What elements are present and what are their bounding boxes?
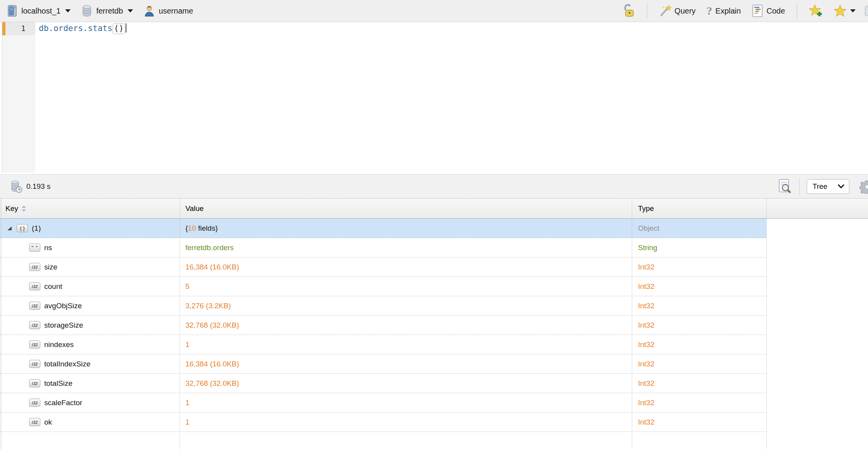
- grid-left-border: [1, 199, 1, 449]
- execution-time-value: 0.193 s: [26, 182, 50, 191]
- tree-row[interactable]: i32 size 16,384 (16.0KB) Int32: [0, 257, 766, 277]
- query-code: db.orders.stats: [39, 24, 112, 33]
- favorites-chevron-icon[interactable]: [850, 9, 856, 12]
- key-cell: i32 ok: [0, 418, 180, 427]
- connection-name: localhost_1: [21, 7, 61, 16]
- key-label: avgObjSize: [44, 302, 82, 310]
- value-cell: 16,384 (16.0KB): [180, 263, 632, 271]
- type-cell: Int32: [632, 282, 766, 291]
- int32-badge-icon: i32: [29, 263, 40, 271]
- type-cell: Int32: [632, 379, 766, 388]
- value-cell: 32,768 (32.0KB): [180, 321, 632, 330]
- column-divider[interactable]: [766, 199, 767, 449]
- column-header-key[interactable]: Key: [0, 204, 180, 213]
- key-label: (1): [32, 224, 41, 233]
- star-plus-icon: [809, 4, 823, 18]
- toolbar-separator: [647, 3, 647, 19]
- editor-gutter: [2, 22, 35, 173]
- query-button[interactable]: Query: [659, 4, 695, 17]
- key-cell: i32 count: [0, 282, 180, 291]
- key-label: ok: [44, 418, 52, 427]
- add-favorite-button[interactable]: [809, 4, 823, 18]
- object-badge-icon: { }: [17, 224, 28, 232]
- column-header-value[interactable]: Value: [180, 204, 632, 213]
- key-cell: i32 size: [0, 263, 180, 271]
- chevron-down-icon: [65, 9, 71, 12]
- results-tree: { } (1) {10 fields} Object " " ns ferret…: [0, 219, 868, 449]
- query-code-line[interactable]: db.orders.stats(): [39, 23, 126, 33]
- key-cell: " " ns: [0, 243, 180, 252]
- line-number: 1: [5, 24, 26, 33]
- code-document-icon: [752, 4, 763, 17]
- connection-dropdown[interactable]: localhost_1: [7, 5, 71, 17]
- tree-row[interactable]: i32 ok 1 Int32: [0, 413, 766, 432]
- tree-row[interactable]: " " ns ferretdb.orders String: [0, 238, 766, 257]
- column-divider[interactable]: [180, 199, 180, 449]
- database-dropdown[interactable]: ferretdb: [81, 5, 133, 17]
- tree-row[interactable]: i32 scaleFactor 1 Int32: [0, 393, 766, 413]
- execution-time: 0.193 s: [10, 179, 50, 194]
- active-line-marker: [2, 22, 5, 35]
- query-button-label: Query: [674, 7, 695, 16]
- unlock-icon: [622, 4, 635, 18]
- tree-row[interactable]: i32 avgObjSize 3,276 (3.2KB) Int32: [0, 296, 766, 316]
- int32-badge-icon: i32: [29, 418, 40, 426]
- clipped-toolbar-icon: [865, 6, 868, 16]
- key-label: size: [44, 263, 57, 271]
- lock-button[interactable]: [622, 4, 635, 18]
- column-header-type[interactable]: Type: [632, 204, 766, 213]
- type-cell: Int32: [632, 340, 766, 349]
- key-cell: i32 totalIndexSize: [0, 360, 180, 368]
- value-cell: 1: [180, 340, 632, 349]
- matched-parens: (): [112, 23, 125, 34]
- int32-badge-icon: i32: [29, 321, 40, 329]
- value-cell: ferretdb.orders: [180, 243, 632, 252]
- type-cell: Int32: [632, 418, 766, 427]
- column-divider[interactable]: [632, 199, 632, 449]
- value-cell: 3,276 (3.2KB): [180, 302, 632, 310]
- int32-badge-icon: i32: [29, 282, 40, 290]
- database-name: ferretdb: [96, 7, 123, 16]
- view-mode-value: Tree: [813, 182, 827, 191]
- type-cell: Int32: [632, 360, 766, 368]
- chevron-down-icon: [128, 9, 133, 12]
- results-toolbar: 0.193 s Tree: [0, 174, 868, 199]
- key-cell: i32 nindexes: [0, 340, 180, 349]
- int32-badge-icon: i32: [29, 302, 40, 310]
- code-button[interactable]: Code: [752, 4, 785, 17]
- robomongo-window: localhost_1 ferretdb: [0, 0, 868, 449]
- magic-wand-icon: [659, 4, 671, 17]
- type-cell: Int32: [632, 321, 766, 330]
- key-cell: i32 totalSize: [0, 379, 180, 388]
- expander-icon[interactable]: [7, 225, 12, 231]
- sort-indicator-icon: [21, 205, 26, 212]
- question-mark-icon: ?: [707, 5, 712, 17]
- tree-row[interactable]: i32 storageSize 32,768 (32.0KB) Int32: [0, 316, 766, 335]
- view-mode-select[interactable]: Tree: [807, 179, 849, 194]
- favorites-button[interactable]: [833, 4, 856, 17]
- key-label: scaleFactor: [44, 399, 82, 407]
- toolbar-separator: [797, 3, 797, 19]
- db-timer-icon: [10, 179, 22, 194]
- key-label: ns: [44, 243, 52, 252]
- type-cell: Int32: [632, 302, 766, 310]
- tree-row[interactable]: i32 totalSize 32,768 (32.0KB) Int32: [0, 374, 766, 393]
- key-label: count: [44, 282, 62, 291]
- value-cell: 1: [180, 418, 632, 427]
- view-result-in-window-button[interactable]: [778, 178, 792, 195]
- type-cell: Object: [632, 224, 766, 233]
- tree-row[interactable]: i32 nindexes 1 Int32: [0, 335, 766, 354]
- type-cell: Int32: [632, 399, 766, 407]
- explain-button[interactable]: ? Explain: [707, 5, 741, 17]
- key-cell: i32 avgObjSize: [0, 302, 180, 310]
- results-toolbar-separator: [799, 178, 800, 195]
- settings-button[interactable]: [859, 174, 868, 198]
- query-editor[interactable]: 1 db.orders.stats(): [0, 22, 868, 173]
- value-cell: 5: [180, 282, 632, 291]
- value-cell: 1: [180, 399, 632, 407]
- tree-row-root[interactable]: { } (1) {10 fields} Object: [0, 219, 766, 238]
- key-label: totalSize: [44, 379, 73, 388]
- tree-row[interactable]: i32 count 5 Int32: [0, 277, 766, 296]
- gear-icon: [859, 178, 868, 194]
- tree-row[interactable]: i32 totalIndexSize 16,384 (16.0KB) Int32: [0, 354, 766, 374]
